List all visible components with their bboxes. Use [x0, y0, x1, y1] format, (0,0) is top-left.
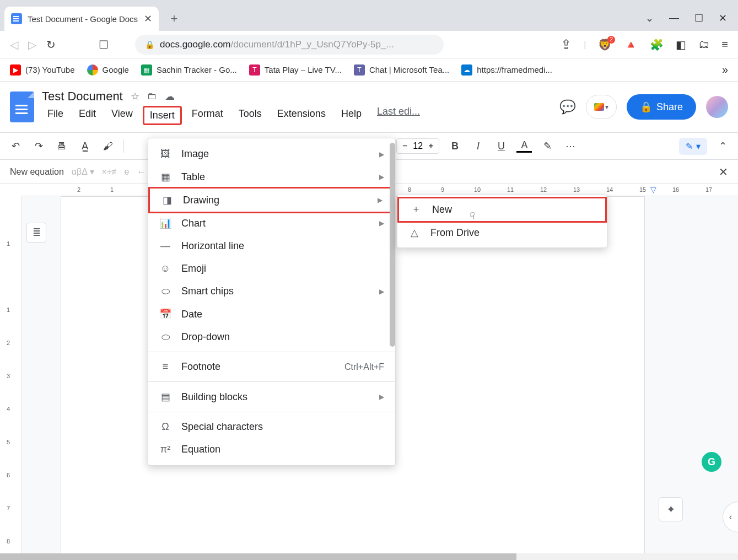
- underline-button[interactable]: U: [493, 141, 509, 152]
- horizontal-scrollbar[interactable]: [0, 553, 738, 560]
- menu-view[interactable]: View: [106, 106, 138, 125]
- bookmark-google[interactable]: Google: [87, 64, 129, 76]
- right-indent-marker[interactable]: ▽: [650, 185, 656, 194]
- menu-format[interactable]: Format: [186, 106, 229, 125]
- insert-special-characters[interactable]: ΩSpecial characters: [148, 416, 395, 438]
- paint-format-button[interactable]: 🖌: [100, 141, 116, 152]
- italic-button[interactable]: I: [470, 141, 486, 152]
- cloud-status-icon[interactable]: ☁: [165, 90, 175, 103]
- insert-drawing[interactable]: ◨Drawing▶: [148, 187, 395, 213]
- comments-icon[interactable]: 💬: [559, 99, 576, 115]
- more-toolbar-button[interactable]: ⋯: [563, 140, 578, 152]
- image-icon: 🖼: [159, 148, 171, 160]
- meet-button[interactable]: ▾: [586, 95, 617, 119]
- menubar: File Edit View Insert Format Tools Exten…: [42, 106, 420, 125]
- bookmark-icon[interactable]: ☐: [99, 38, 109, 51]
- bookmark-sheets[interactable]: ▦Sachin Tracker - Go...: [141, 64, 237, 76]
- collapse-toolbar-button[interactable]: ⌃: [715, 140, 730, 152]
- font-size-increase[interactable]: +: [428, 141, 433, 151]
- editing-mode-button[interactable]: ✎▾: [679, 138, 707, 155]
- new-equation-button[interactable]: New equation: [10, 167, 64, 177]
- maximize-button[interactable]: ☐: [694, 12, 703, 24]
- insert-menu-dropdown: 🖼Image▶ ▦Table▶ ◨Drawing▶ 📊Chart▶ —Horiz…: [148, 138, 396, 466]
- sidepanel-icon[interactable]: ◧: [676, 38, 686, 51]
- docs-logo-icon[interactable]: [10, 91, 34, 122]
- tab-close-button[interactable]: ✕: [144, 13, 152, 25]
- docs-header: Test Document ☆ 🗀 ☁ File Edit View Inser…: [0, 82, 738, 132]
- lock-icon: 🔒: [145, 40, 154, 49]
- document-outline-button[interactable]: ≣: [26, 223, 46, 243]
- drawing-new[interactable]: +New: [397, 197, 607, 223]
- nav-back-button[interactable]: ◁: [10, 38, 18, 51]
- account-avatar[interactable]: [706, 96, 728, 118]
- tab-title: Test Document - Google Docs: [28, 14, 138, 24]
- insert-dropdown[interactable]: ⬭Drop-down: [148, 326, 395, 348]
- menu-tools[interactable]: Tools: [233, 106, 267, 125]
- chart-icon: 📊: [159, 217, 171, 229]
- close-equation-bar[interactable]: ✕: [719, 165, 728, 179]
- document-title[interactable]: Test Document: [42, 89, 123, 104]
- menu-scrollbar[interactable]: [390, 143, 395, 347]
- last-edit-link[interactable]: Last edi...: [377, 106, 420, 125]
- submenu-arrow-icon: ▶: [379, 393, 384, 401]
- insert-table[interactable]: ▦Table▶: [148, 165, 395, 189]
- url-text: docs.google.com/document/d/1hP_y_UsnQ7Yo…: [160, 39, 394, 50]
- insert-equation[interactable]: π²Equation: [148, 438, 395, 461]
- wallet-icon[interactable]: 🗂: [698, 38, 709, 51]
- text-color-button[interactable]: A: [516, 139, 532, 153]
- youtube-icon: ▶: [10, 64, 21, 76]
- insert-image[interactable]: 🖼Image▶: [148, 143, 395, 165]
- chevron-down-icon[interactable]: ⌄: [645, 12, 654, 24]
- print-button[interactable]: 🖶: [54, 141, 69, 152]
- font-size-control[interactable]: − 12 +: [396, 138, 439, 154]
- vertical-ruler[interactable]: 112345678: [0, 196, 22, 560]
- active-tab[interactable]: Test Document - Google Docs ✕: [4, 7, 159, 31]
- bold-button[interactable]: B: [447, 141, 462, 152]
- extensions-icon[interactable]: 🧩: [650, 38, 664, 51]
- share-button[interactable]: 🔒Share: [627, 94, 696, 120]
- explore-button[interactable]: ✦: [659, 497, 683, 521]
- nav-forward-button[interactable]: ▷: [28, 38, 36, 51]
- insert-building-blocks[interactable]: ▤Building blocks▶: [148, 385, 395, 408]
- brave-rewards-icon[interactable]: 🔺: [624, 38, 638, 51]
- exponent-dropdown[interactable]: e: [124, 167, 129, 177]
- font-size-decrease[interactable]: −: [402, 141, 407, 151]
- move-folder-icon[interactable]: 🗀: [147, 90, 157, 102]
- insert-footnote[interactable]: ≡FootnoteCtrl+Alt+F: [148, 356, 395, 378]
- bookmark-youtube[interactable]: ▶(73) YouTube: [10, 64, 75, 76]
- insert-date[interactable]: 📅Date: [148, 303, 395, 326]
- url-field[interactable]: 🔒 docs.google.com/document/d/1hP_y_UsnQ7…: [135, 35, 444, 55]
- insert-smart-chips[interactable]: ⬭Smart chips▶: [148, 280, 395, 303]
- bookmark-teams[interactable]: TChat | Microsoft Tea...: [354, 64, 449, 76]
- star-icon[interactable]: ☆: [131, 90, 139, 103]
- greek-letters-dropdown[interactable]: αβΔ ▾: [72, 166, 94, 177]
- bookmark-tataplay[interactable]: TTata Play – Live TV...: [249, 64, 342, 76]
- redo-button[interactable]: ↷: [31, 140, 46, 152]
- arrows-dropdown[interactable]: ←: [137, 167, 146, 177]
- spellcheck-button[interactable]: A̲: [77, 140, 93, 152]
- insert-chart[interactable]: 📊Chart▶: [148, 212, 395, 235]
- highlight-button[interactable]: ✎: [540, 140, 555, 152]
- menu-help[interactable]: Help: [336, 106, 367, 125]
- browser-menu-icon[interactable]: ≡: [721, 38, 728, 51]
- line-icon: —: [159, 240, 171, 252]
- grammarly-icon[interactable]: G: [702, 452, 721, 472]
- share-url-icon[interactable]: ⇪: [561, 37, 572, 52]
- insert-horizontal-line[interactable]: —Horizontal line: [148, 235, 395, 257]
- operators-dropdown[interactable]: ×÷≠: [102, 167, 117, 177]
- menu-file[interactable]: File: [42, 106, 69, 125]
- bookmarks-overflow[interactable]: »: [722, 63, 728, 76]
- bookmark-onedrive[interactable]: ☁https://framedmedi...: [461, 64, 552, 76]
- minimize-button[interactable]: —: [669, 12, 679, 24]
- drawing-from-drive[interactable]: △From Drive: [397, 221, 607, 244]
- undo-button[interactable]: ↶: [8, 140, 23, 152]
- font-size-value[interactable]: 12: [413, 141, 423, 151]
- brave-icon[interactable]: 🦁2: [598, 38, 612, 51]
- new-tab-button[interactable]: +: [165, 10, 183, 28]
- menu-extensions[interactable]: Extensions: [272, 106, 331, 125]
- menu-edit[interactable]: Edit: [73, 106, 101, 125]
- reload-button[interactable]: ↻: [46, 38, 56, 51]
- close-window-button[interactable]: ✕: [719, 12, 727, 24]
- insert-emoji[interactable]: ☺Emoji: [148, 257, 395, 280]
- menu-insert[interactable]: Insert: [143, 106, 182, 125]
